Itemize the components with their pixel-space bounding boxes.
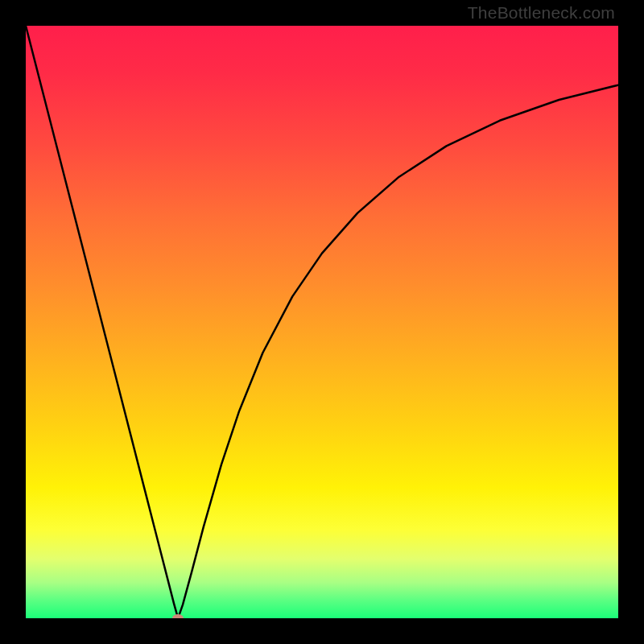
bottleneck-curve (26, 26, 618, 618)
plot-area (26, 26, 618, 618)
chart-frame: TheBottleneck.com (0, 0, 644, 644)
watermark-text: TheBottleneck.com (468, 3, 615, 23)
minimum-marker (172, 614, 184, 618)
